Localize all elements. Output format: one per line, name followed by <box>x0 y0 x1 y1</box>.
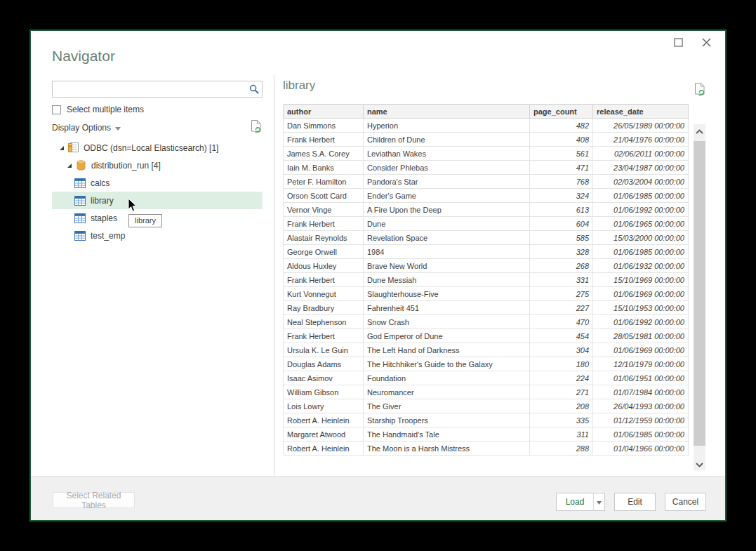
load-dropdown-button[interactable] <box>593 493 605 511</box>
table-cell: Alastair Reynolds <box>284 231 364 245</box>
expand-triangle-icon[interactable] <box>67 163 75 168</box>
table-cell: The Moon is a Harsh Mistress <box>364 442 530 456</box>
table-row: Douglas AdamsThe Hitchhiker's Guide to t… <box>284 357 689 371</box>
table-cell: Peter F. Hamilton <box>284 175 364 189</box>
table-cell: 01/06/1965 00:00:00 <box>593 217 689 231</box>
table-row: Alastair ReynoldsRevelation Space58515/0… <box>284 231 689 245</box>
table-cell: 23/04/1987 00:00:00 <box>593 161 689 175</box>
scrollbar-thumb[interactable] <box>694 141 705 446</box>
table-cell: 471 <box>530 161 593 175</box>
table-cell: 28/05/1981 00:00:00 <box>593 329 689 343</box>
table-cell: 26/05/1989 00:00:00 <box>593 119 689 133</box>
table-cell: Dan Simmons <box>284 119 364 133</box>
table-cell: Neal Stephenson <box>284 315 364 329</box>
edit-button[interactable]: Edit <box>614 493 656 511</box>
preview-scrollbar[interactable] <box>694 124 705 470</box>
refresh-tree-button[interactable] <box>250 119 263 137</box>
table-cell: Ursula K. Le Guin <box>284 343 364 357</box>
table-cell: 331 <box>530 273 593 287</box>
table-cell: 227 <box>530 301 593 315</box>
table-cell: Pandora's Star <box>364 175 530 189</box>
table-cell: 01/12/1959 00:00:00 <box>593 413 689 427</box>
maximize-button[interactable] <box>669 35 687 52</box>
display-options-dropdown[interactable]: Display Options <box>52 123 121 133</box>
chevron-up-icon <box>696 124 703 137</box>
scroll-up-button[interactable] <box>694 124 705 137</box>
table-cell: Orson Scott Card <box>284 189 364 203</box>
tree-item-library[interactable]: library <box>52 192 263 209</box>
tree-item-label: test_emp <box>91 231 125 241</box>
table-cell: Brave New World <box>364 259 530 273</box>
table-cell: Frank Herbert <box>284 329 364 343</box>
search-box <box>52 81 263 98</box>
close-button[interactable] <box>697 35 715 52</box>
table-cell: 275 <box>530 287 593 301</box>
scroll-down-button[interactable] <box>694 458 705 470</box>
display-options-label: Display Options <box>52 123 111 133</box>
table-cell: 01/06/1969 00:00:00 <box>593 343 689 357</box>
table-cell: Vernor Vinge <box>284 203 364 217</box>
table-cell: 768 <box>530 175 593 189</box>
navigator-dialog: Navigator Select multiple items Display … <box>29 29 727 522</box>
table-row: Iain M. BanksConsider Phlebas47123/04/19… <box>284 161 689 175</box>
table-cell: 01/06/1992 00:00:00 <box>593 315 689 329</box>
table-cell: 311 <box>530 427 593 442</box>
table-cell: Robert A. Heinlein <box>284 442 364 456</box>
tree-item-label: ODBC (dsn=Local Elasticsearch) [1] <box>84 143 218 153</box>
table-cell: God Emperor of Dune <box>364 329 530 343</box>
tree-item-test_emp[interactable]: test_emp <box>52 227 263 244</box>
table-cell: Iain M. Banks <box>284 161 364 175</box>
table-cell: Foundation <box>364 371 530 385</box>
tree-item-distribution_run[interactable]: distribution_run [4] <box>52 157 263 174</box>
table-row: Orson Scott CardEnder's Game32401/06/198… <box>284 189 689 203</box>
table-cell: Dune Messiah <box>364 273 530 287</box>
select-related-tables-button[interactable]: Select Related Tables <box>53 492 135 508</box>
preview-table: authornamepage_countrelease_date Dan Sim… <box>283 104 689 456</box>
tree-item-calcs[interactable]: calcs <box>52 174 263 192</box>
table-cell: 271 <box>530 385 593 399</box>
select-multiple-checkbox[interactable] <box>52 105 61 114</box>
load-button[interactable]: Load <box>556 493 593 511</box>
cancel-button[interactable]: Cancel <box>665 493 706 511</box>
table-cell: 208 <box>530 399 593 413</box>
table-cell: The Handmaid's Tale <box>364 427 530 442</box>
table-cell: 01/06/1932 00:00:00 <box>593 259 689 273</box>
table-row: Neal StephensonSnow Crash47001/06/1992 0… <box>284 315 689 329</box>
table-cell: Snow Crash <box>364 315 530 329</box>
table-cell: Frank Herbert <box>284 273 364 287</box>
table-cell: 02/06/2011 00:00:00 <box>593 147 689 161</box>
column-header: release_date <box>593 105 689 119</box>
table-cell: Margaret Atwood <box>284 427 364 442</box>
table-cell: Hyperion <box>364 119 530 133</box>
table-cell: The Left Hand of Darkness <box>364 343 530 357</box>
expand-triangle-icon[interactable] <box>59 145 67 151</box>
table-cell: 613 <box>530 203 593 217</box>
table-cell: Leviathan Wakes <box>364 147 530 161</box>
table-cell: 324 <box>530 189 593 203</box>
table-cell: The Hitchhiker's Guide to the Galaxy <box>364 357 530 371</box>
table-cell: Slaughterhouse-Five <box>364 287 530 301</box>
table-cell: 01/06/1951 00:00:00 <box>593 371 689 385</box>
table-cell: 1984 <box>364 245 530 259</box>
table-cell: Ender's Game <box>364 189 530 203</box>
chevron-down-icon <box>696 458 703 470</box>
chevron-down-icon <box>597 497 602 507</box>
table-cell: 01/07/1984 00:00:00 <box>593 385 689 399</box>
table-row: Aldous HuxleyBrave New World26801/06/193… <box>284 259 689 273</box>
search-input[interactable] <box>53 81 246 97</box>
table-cell: Douglas Adams <box>284 357 364 371</box>
table-cell: Starship Troopers <box>364 413 530 427</box>
refresh-preview-button[interactable] <box>694 82 706 100</box>
table-cell: 482 <box>530 119 593 133</box>
table-cell: 21/04/1976 00:00:00 <box>593 133 689 147</box>
table-cell: 15/10/1969 00:00:00 <box>593 273 689 287</box>
table-cell: Consider Phlebas <box>364 161 530 175</box>
table-row: Ray BradburyFahrenheit 45122715/10/1953 … <box>284 301 689 315</box>
column-header: name <box>364 105 530 119</box>
table-cell: 12/10/1979 00:00:00 <box>593 357 689 371</box>
tree-item-odbc[interactable]: ODBC (dsn=Local Elasticsearch) [1] <box>52 139 263 157</box>
table-row: Dan SimmonsHyperion48226/05/1989 00:00:0… <box>284 119 689 133</box>
table-row: George Orwell198432801/06/1985 00:00:00 <box>284 245 689 259</box>
table-cell: Frank Herbert <box>284 217 364 231</box>
search-icon[interactable] <box>246 81 262 97</box>
